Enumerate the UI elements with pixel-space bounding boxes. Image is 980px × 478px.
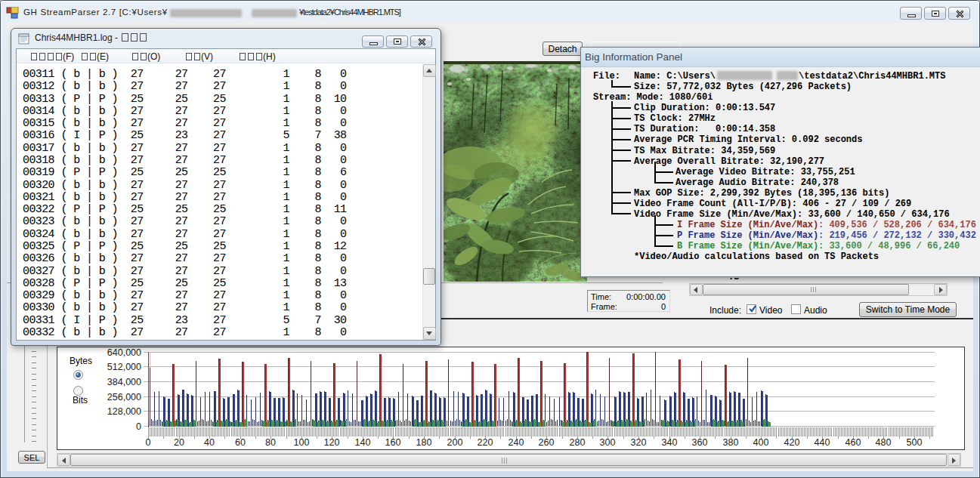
svg-text:128,000: 128,000 bbox=[107, 406, 141, 417]
svg-text:256,000: 256,000 bbox=[107, 392, 141, 402]
svg-text:512,000: 512,000 bbox=[107, 362, 141, 372]
svg-text:640,000: 640,000 bbox=[107, 347, 141, 358]
svg-text:384,000: 384,000 bbox=[107, 377, 141, 387]
svg-text:0: 0 bbox=[136, 421, 141, 432]
